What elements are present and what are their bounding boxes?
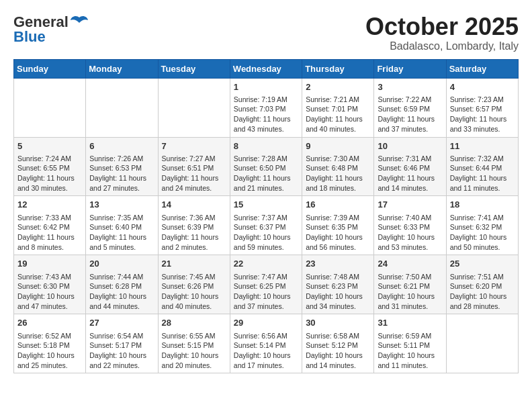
day-sunrise: Sunrise: 7:24 AM xyxy=(17,154,71,163)
day-sunrise: Sunrise: 7:45 AM xyxy=(162,273,216,281)
day-number: 18 xyxy=(450,199,515,211)
day-sunrise: Sunrise: 7:48 AM xyxy=(306,273,359,281)
col-header-wednesday: Wednesday xyxy=(230,59,302,78)
day-daylight: Daylight: 11 hours and 40 minutes. xyxy=(306,115,363,133)
day-number: 14 xyxy=(162,199,226,211)
week-row-1: 1Sunrise: 7:19 AMSunset: 7:03 PMDaylight… xyxy=(14,78,519,137)
day-number: 5 xyxy=(17,140,82,152)
day-daylight: Daylight: 11 hours and 33 minutes. xyxy=(450,115,507,133)
calendar-cell: 10Sunrise: 7:31 AMSunset: 6:46 PMDayligh… xyxy=(374,137,446,196)
day-sunrise: Sunrise: 7:37 AM xyxy=(234,214,287,222)
calendar-cell: 30Sunrise: 6:58 AMSunset: 5:12 PMDayligh… xyxy=(302,314,374,373)
calendar-cell: 20Sunrise: 7:44 AMSunset: 6:28 PMDayligh… xyxy=(86,255,158,314)
day-sunrise: Sunrise: 7:47 AM xyxy=(234,273,287,281)
day-sunrise: Sunrise: 7:26 AM xyxy=(89,154,143,163)
calendar-cell: 19Sunrise: 7:43 AMSunset: 6:30 PMDayligh… xyxy=(14,255,86,314)
day-number: 7 xyxy=(162,140,226,152)
day-sunset: Sunset: 5:17 PM xyxy=(89,341,142,349)
logo-bird-icon xyxy=(70,15,89,30)
day-number: 10 xyxy=(378,140,442,152)
day-number: 26 xyxy=(17,317,82,329)
logo: General Blue xyxy=(13,13,89,46)
day-daylight: Daylight: 10 hours and 40 minutes. xyxy=(162,292,219,310)
day-number: 20 xyxy=(89,258,154,270)
day-daylight: Daylight: 10 hours and 47 minutes. xyxy=(17,292,75,310)
day-sunrise: Sunrise: 7:44 AM xyxy=(89,273,143,281)
day-sunset: Sunset: 6:37 PM xyxy=(234,223,286,231)
calendar-cell: 25Sunrise: 7:51 AMSunset: 6:20 PMDayligh… xyxy=(446,255,518,314)
day-sunrise: Sunrise: 7:32 AM xyxy=(450,154,504,163)
day-number: 16 xyxy=(306,199,370,211)
calendar-cell: 1Sunrise: 7:19 AMSunset: 7:03 PMDaylight… xyxy=(230,78,302,137)
col-header-friday: Friday xyxy=(374,59,446,78)
calendar-cell: 7Sunrise: 7:27 AMSunset: 6:51 PMDaylight… xyxy=(158,137,230,196)
day-sunset: Sunset: 6:35 PM xyxy=(306,223,358,231)
day-daylight: Daylight: 10 hours and 31 minutes. xyxy=(378,292,435,310)
day-sunrise: Sunrise: 7:33 AM xyxy=(17,214,71,222)
col-header-tuesday: Tuesday xyxy=(158,59,230,78)
calendar-cell: 8Sunrise: 7:28 AMSunset: 6:50 PMDaylight… xyxy=(230,137,302,196)
day-sunrise: Sunrise: 7:22 AM xyxy=(378,95,431,103)
day-sunrise: Sunrise: 7:30 AM xyxy=(306,154,359,163)
day-daylight: Daylight: 11 hours and 30 minutes. xyxy=(17,174,75,192)
col-header-thursday: Thursday xyxy=(302,59,374,78)
day-sunset: Sunset: 5:12 PM xyxy=(306,341,358,349)
day-daylight: Daylight: 10 hours and 28 minutes. xyxy=(450,292,507,310)
day-sunset: Sunset: 6:55 PM xyxy=(17,164,70,172)
day-number: 1 xyxy=(234,81,298,93)
day-number: 12 xyxy=(17,199,82,211)
week-row-4: 19Sunrise: 7:43 AMSunset: 6:30 PMDayligh… xyxy=(14,255,519,314)
day-daylight: Daylight: 11 hours and 24 minutes. xyxy=(162,174,219,192)
day-daylight: Daylight: 10 hours and 53 minutes. xyxy=(378,233,435,251)
day-sunrise: Sunrise: 7:36 AM xyxy=(162,214,216,222)
day-number: 24 xyxy=(378,258,442,270)
day-sunset: Sunset: 7:03 PM xyxy=(234,105,286,113)
day-daylight: Daylight: 10 hours and 44 minutes. xyxy=(89,292,146,310)
day-sunset: Sunset: 6:33 PM xyxy=(378,223,430,231)
calendar-cell: 14Sunrise: 7:36 AMSunset: 6:39 PMDayligh… xyxy=(158,196,230,255)
day-daylight: Daylight: 10 hours and 20 minutes. xyxy=(162,351,219,369)
day-daylight: Daylight: 10 hours and 37 minutes. xyxy=(234,292,291,310)
week-row-2: 5Sunrise: 7:24 AMSunset: 6:55 PMDaylight… xyxy=(14,137,519,196)
page-header: General Blue October 2025 Badalasco, Lom… xyxy=(13,13,519,52)
day-sunrise: Sunrise: 7:40 AM xyxy=(378,214,431,222)
day-number: 2 xyxy=(306,81,370,93)
calendar-cell: 26Sunrise: 6:52 AMSunset: 5:18 PMDayligh… xyxy=(14,314,86,373)
day-sunset: Sunset: 6:20 PM xyxy=(450,282,502,290)
location: Badalasco, Lombardy, Italy xyxy=(365,40,519,52)
day-number: 4 xyxy=(450,81,515,93)
day-daylight: Daylight: 11 hours and 2 minutes. xyxy=(162,233,219,251)
calendar-cell: 29Sunrise: 6:56 AMSunset: 5:14 PMDayligh… xyxy=(230,314,302,373)
day-daylight: Daylight: 10 hours and 11 minutes. xyxy=(378,351,435,369)
day-sunset: Sunset: 6:44 PM xyxy=(450,164,502,172)
day-sunrise: Sunrise: 6:54 AM xyxy=(89,332,143,340)
day-sunset: Sunset: 6:42 PM xyxy=(17,223,70,231)
day-number: 23 xyxy=(306,258,370,270)
day-daylight: Daylight: 10 hours and 22 minutes. xyxy=(89,351,146,369)
calendar-cell: 23Sunrise: 7:48 AMSunset: 6:23 PMDayligh… xyxy=(302,255,374,314)
day-daylight: Daylight: 11 hours and 18 minutes. xyxy=(306,174,363,192)
day-number: 6 xyxy=(89,140,154,152)
calendar-cell: 9Sunrise: 7:30 AMSunset: 6:48 PMDaylight… xyxy=(302,137,374,196)
day-daylight: Daylight: 10 hours and 25 minutes. xyxy=(17,351,75,369)
calendar-cell: 4Sunrise: 7:23 AMSunset: 6:57 PMDaylight… xyxy=(446,78,518,137)
calendar-cell: 12Sunrise: 7:33 AMSunset: 6:42 PMDayligh… xyxy=(14,196,86,255)
day-daylight: Daylight: 11 hours and 11 minutes. xyxy=(450,174,507,192)
day-number: 9 xyxy=(306,140,370,152)
week-row-3: 12Sunrise: 7:33 AMSunset: 6:42 PMDayligh… xyxy=(14,196,519,255)
calendar-cell: 5Sunrise: 7:24 AMSunset: 6:55 PMDaylight… xyxy=(14,137,86,196)
col-header-saturday: Saturday xyxy=(446,59,518,78)
col-header-monday: Monday xyxy=(86,59,158,78)
day-daylight: Daylight: 11 hours and 14 minutes. xyxy=(378,174,435,192)
day-sunrise: Sunrise: 6:59 AM xyxy=(378,332,431,340)
day-sunset: Sunset: 6:51 PM xyxy=(162,164,214,172)
calendar-cell: 3Sunrise: 7:22 AMSunset: 6:59 PMDaylight… xyxy=(374,78,446,137)
calendar-cell xyxy=(86,78,158,137)
day-sunrise: Sunrise: 7:31 AM xyxy=(378,154,431,163)
day-number: 3 xyxy=(378,81,442,93)
day-daylight: Daylight: 11 hours and 21 minutes. xyxy=(234,174,291,192)
calendar-cell xyxy=(446,314,518,373)
calendar-header-row: SundayMondayTuesdayWednesdayThursdayFrid… xyxy=(14,59,519,78)
calendar-cell: 2Sunrise: 7:21 AMSunset: 7:01 PMDaylight… xyxy=(302,78,374,137)
calendar-cell: 31Sunrise: 6:59 AMSunset: 5:11 PMDayligh… xyxy=(374,314,446,373)
